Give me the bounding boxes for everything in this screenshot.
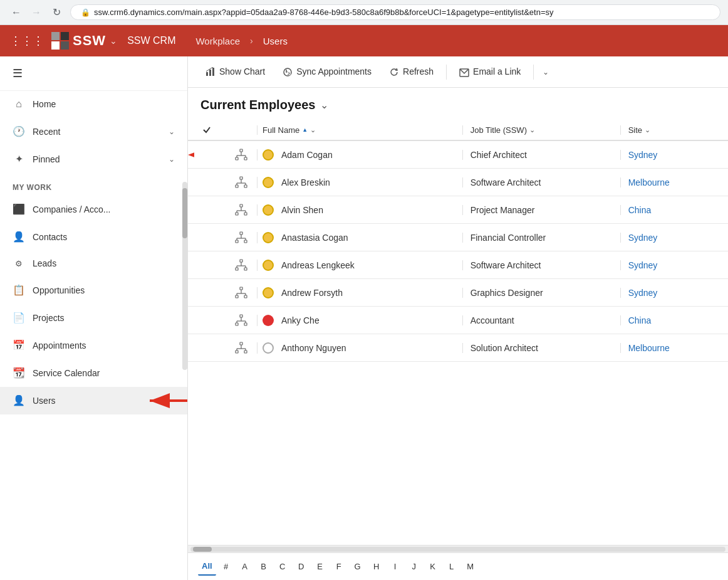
- sort-asc-icon: ▲: [302, 127, 308, 133]
- person-name-text[interactable]: Andreas Lengkeek: [281, 260, 355, 270]
- svg-rect-59: [240, 342, 242, 345]
- sync-appointments-button[interactable]: Sync Appointments: [275, 63, 379, 81]
- scroll-thumb[interactable]: [193, 547, 212, 552]
- show-chart-button[interactable]: Show Chart: [198, 63, 273, 81]
- pin-icon: ✦: [13, 153, 25, 165]
- row-hierarchy-icon: [226, 259, 257, 272]
- page-a[interactable]: A: [236, 558, 254, 576]
- fullname-column-header[interactable]: Full Name ▲ ⌄: [257, 125, 462, 135]
- back-button[interactable]: ←: [8, 4, 25, 21]
- site-filter-icon[interactable]: ⌄: [645, 126, 650, 134]
- person-name-text[interactable]: Anthony Nguyen: [281, 343, 346, 353]
- more-actions-button[interactable]: ⌄: [539, 64, 553, 80]
- sidebar-item-opportunities[interactable]: 📋 Opportunities: [0, 277, 187, 304]
- table-row[interactable]: Alvin Shen Project Manager China: [188, 196, 728, 224]
- sidebar-item-service-calendar[interactable]: 📆 Service Calendar: [0, 359, 187, 387]
- person-name-text[interactable]: Anky Che: [281, 315, 320, 325]
- chevron-down-icon: ⌄: [169, 127, 175, 136]
- page-d[interactable]: D: [293, 558, 310, 576]
- table-wrapper: Full Name ▲ ⌄ Job Title (SSW) ⌄ Site ⌄: [188, 120, 728, 545]
- page-g[interactable]: G: [349, 558, 367, 576]
- page-f[interactable]: F: [330, 558, 348, 576]
- svg-rect-12: [244, 157, 247, 160]
- table-row[interactable]: Andrew Forsyth Graphics Designer Sydney: [188, 279, 728, 307]
- page-b[interactable]: B: [255, 558, 273, 576]
- site-link[interactable]: Sydney: [628, 233, 658, 243]
- table-row[interactable]: Anastasia Cogan Financial Controller Syd…: [188, 224, 728, 251]
- site-link[interactable]: Melbourne: [628, 177, 670, 187]
- site-label: Site: [628, 125, 642, 135]
- reload-button[interactable]: ↻: [48, 4, 65, 21]
- row-name: Andrew Forsyth: [257, 287, 462, 298]
- site-link[interactable]: Sydney: [628, 150, 658, 160]
- job-title-text: Financial Controller: [471, 233, 546, 243]
- jobtitle-filter-icon[interactable]: ⌄: [529, 126, 535, 134]
- main-layout: ☰ ⌂ Home 🕐 Recent ⌄ ✦ Pinned ⌄ My work ⬛…: [0, 56, 728, 580]
- row-jobtitle: Solution Architect: [462, 343, 620, 353]
- table-row[interactable]: Andreas Lengkeek Software Architect Sydn…: [188, 251, 728, 279]
- table-row[interactable]: Anky Che Accountant China: [188, 307, 728, 334]
- sidebar-item-companies[interactable]: ⬛ Companies / Acco...: [0, 196, 187, 223]
- page-l[interactable]: L: [443, 558, 460, 576]
- person-name-text[interactable]: Adam Cogan: [281, 150, 333, 160]
- page-c[interactable]: C: [274, 558, 291, 576]
- address-bar[interactable]: 🔒 ssw.crm6.dynamics.com/main.aspx?appid=…: [70, 4, 720, 20]
- page-j[interactable]: J: [405, 558, 423, 576]
- page-k[interactable]: K: [424, 558, 442, 576]
- sidebar-item-pinned[interactable]: ✦ Pinned ⌄: [0, 145, 187, 173]
- sidebar-item-projects[interactable]: 📄 Projects: [0, 304, 187, 332]
- site-link[interactable]: Sydney: [628, 260, 658, 270]
- person-name-text[interactable]: Alex Breskin: [281, 177, 330, 187]
- hamburger-icon[interactable]: ☰: [13, 67, 23, 80]
- fullname-filter-icon[interactable]: ⌄: [310, 126, 316, 134]
- select-all-column[interactable]: [188, 125, 226, 135]
- svg-rect-47: [244, 295, 247, 298]
- table-row[interactable]: Alex Breskin Software Architect Melbourn…: [188, 169, 728, 196]
- person-name-text[interactable]: Anastasia Cogan: [281, 233, 348, 243]
- sidebar-item-leads[interactable]: ⚙ Leads: [0, 251, 187, 277]
- sidebar-item-contacts[interactable]: 👤 Contacts: [0, 223, 187, 251]
- site-link[interactable]: China: [628, 315, 652, 325]
- person-name-text[interactable]: Andrew Forsyth: [281, 288, 343, 298]
- fullname-label: Full Name: [263, 125, 299, 135]
- jobtitle-column-header[interactable]: Job Title (SSW) ⌄: [462, 125, 620, 135]
- ssw-logo[interactable]: SSW ⌄: [51, 32, 117, 50]
- sidebar-item-appointments[interactable]: 📅 Appointments: [0, 332, 187, 359]
- jobtitle-label: Job Title (SSW): [471, 125, 527, 135]
- page-m[interactable]: M: [462, 558, 479, 576]
- svg-rect-61: [244, 351, 247, 353]
- page-e[interactable]: E: [311, 558, 329, 576]
- job-title-text: Software Architect: [471, 260, 541, 270]
- sidebar-toggle[interactable]: ☰: [0, 56, 187, 91]
- sidebar-item-label: Opportunities: [33, 285, 175, 295]
- forward-button[interactable]: →: [28, 4, 45, 21]
- site-column-header[interactable]: Site ⌄: [620, 125, 728, 135]
- site-link[interactable]: China: [628, 205, 652, 215]
- sidebar-item-label: Contacts: [33, 232, 175, 242]
- browser-navigation[interactable]: ← → ↻: [8, 4, 65, 21]
- page-i[interactable]: I: [387, 558, 404, 576]
- table-row[interactable]: Adam Cogan Chief Architect Sydney: [188, 141, 728, 169]
- grid-icon[interactable]: ⋮⋮⋮: [10, 34, 44, 48]
- page-hash[interactable]: #: [217, 558, 235, 576]
- chevron-down-icon: ⌄: [169, 155, 175, 164]
- site-link[interactable]: Melbourne: [628, 343, 670, 353]
- view-title-chevron-icon[interactable]: ⌄: [320, 99, 328, 111]
- svg-rect-11: [236, 157, 238, 160]
- site-link[interactable]: Sydney: [628, 288, 658, 298]
- breadcrumb-parent[interactable]: Workplace: [195, 36, 240, 46]
- sidebar-item-users[interactable]: 👤 Users: [0, 387, 187, 414]
- sidebar-scrollthumb[interactable]: [182, 188, 187, 238]
- email-link-button[interactable]: Email a Link: [452, 63, 528, 80]
- app-name: SSW CRM: [127, 35, 175, 46]
- refresh-button[interactable]: Refresh: [382, 63, 441, 81]
- page-h[interactable]: H: [368, 558, 385, 576]
- sidebar-item-recent[interactable]: 🕐 Recent ⌄: [0, 118, 187, 145]
- horizontal-scrollbar[interactable]: [188, 545, 728, 552]
- status-indicator: [263, 204, 274, 216]
- table-row[interactable]: Anthony Nguyen Solution Architect Melbou…: [188, 334, 728, 362]
- page-all[interactable]: All: [198, 558, 216, 576]
- person-name-text[interactable]: Alvin Shen: [281, 205, 323, 215]
- sidebar-item-home[interactable]: ⌂ Home: [0, 91, 187, 118]
- status-indicator: [263, 232, 274, 243]
